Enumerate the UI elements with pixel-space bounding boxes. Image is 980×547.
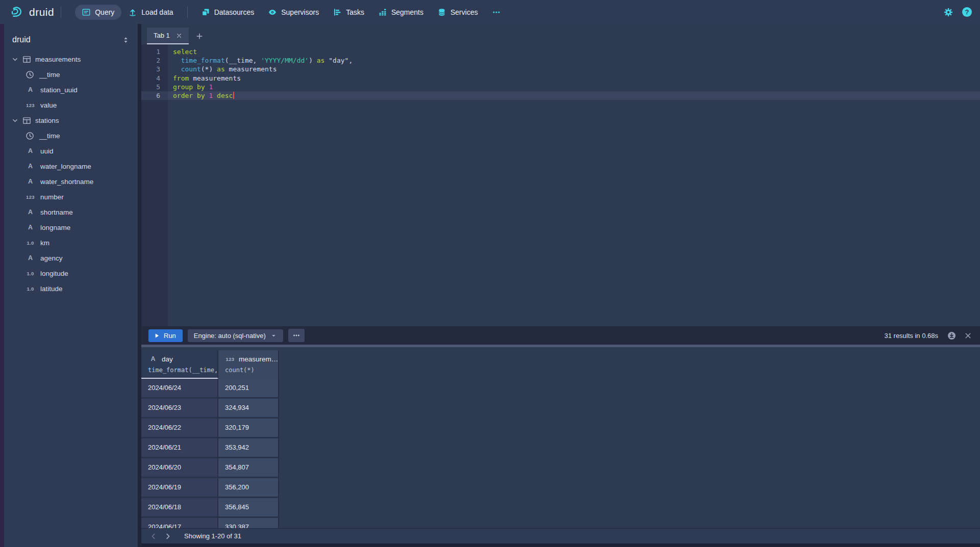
string-type-icon: A [26, 147, 35, 155]
nav-item-tasks[interactable]: Tasks [326, 5, 371, 20]
tree-item-value[interactable]: 123value [4, 97, 138, 113]
nav-item-label: Datasources [214, 8, 255, 16]
gear-icon[interactable] [944, 8, 953, 17]
nav-item-services[interactable]: Services [431, 5, 485, 20]
table-cell[interactable]: 2024/06/20 [141, 458, 218, 478]
run-bar: Run Engine: auto (sql-native) 31 results… [141, 326, 980, 345]
tab-strip: Tab 1 [141, 24, 980, 44]
float-type-icon: 1.0 [26, 284, 35, 293]
help-icon[interactable] [962, 7, 972, 17]
table-cell[interactable]: 320,179 [218, 419, 279, 438]
tree-item-label: water_shortname [40, 178, 93, 186]
druid-logo-icon [10, 5, 24, 19]
tree-item-longname[interactable]: Alongname [4, 220, 138, 235]
bottom-strip [141, 543, 980, 547]
top-nav-right [944, 7, 972, 17]
run-button[interactable]: Run [148, 329, 183, 342]
string-type-icon: A [26, 223, 35, 232]
segments-icon [379, 8, 387, 16]
tree-item-uuid[interactable]: Auuid [4, 143, 138, 159]
table-row: 2024/06/24200,251 [141, 379, 980, 399]
druid-logo[interactable]: druid [10, 5, 54, 19]
tree-item-water-longname[interactable]: Awater_longname [4, 159, 138, 174]
string-type-icon: A [148, 355, 158, 363]
table-cell[interactable]: 356,845 [218, 498, 279, 518]
nav-item-segments[interactable]: Segments [371, 5, 431, 20]
new-tab-icon[interactable] [196, 33, 203, 40]
code-line: group by 1 [168, 83, 980, 91]
sort-icon[interactable] [122, 36, 130, 44]
table-cell[interactable]: 324,934 [218, 399, 279, 419]
column-name: day [162, 355, 173, 363]
tree-item-water-shortname[interactable]: Awater_shortname [4, 174, 138, 189]
tree-item-agency[interactable]: Aagency [4, 250, 138, 266]
table-cell[interactable]: 2024/06/24 [141, 379, 218, 399]
previous-page-button[interactable] [146, 530, 161, 542]
table-cell[interactable]: 200,251 [218, 379, 279, 399]
tree-item-shortname[interactable]: Ashortname [4, 204, 138, 220]
tree-item-label: longname [40, 224, 70, 231]
table-cell[interactable]: 353,942 [218, 438, 279, 458]
table-cell[interactable]: 2024/06/22 [141, 419, 218, 438]
tree-item-measurements[interactable]: measurements [4, 51, 138, 67]
load-data-icon [129, 8, 137, 16]
table-cell[interactable]: 2024/06/21 [141, 438, 218, 458]
float-type-icon: 1.0 [26, 269, 35, 278]
nav-item-load-data[interactable]: Load data [121, 5, 180, 20]
main-panel: Tab 1 123456 select time_format(__time, … [141, 24, 980, 547]
float-type-icon: 1.0 [26, 239, 35, 247]
editor-code: select time_format(__time, 'YYYY/MM/dd')… [168, 44, 980, 326]
tree-item-latitude[interactable]: 1.0latitude [4, 281, 138, 296]
schema-sidebar: druid measurements__timeAstation_uuid123… [4, 24, 138, 547]
query-more-button[interactable] [288, 329, 305, 342]
tree-item-stations[interactable]: stations [4, 113, 138, 128]
sql-editor[interactable]: 123456 select time_format(__time, 'YYYY/… [141, 44, 980, 326]
tree-item-number[interactable]: 123number [4, 189, 138, 204]
code-line: from measurements [168, 74, 980, 83]
close-results-icon[interactable] [964, 332, 972, 340]
download-icon[interactable] [947, 331, 956, 340]
tree-item-station-uuid[interactable]: Astation_uuid [4, 82, 138, 97]
line-number: 4 [141, 74, 168, 83]
tab-close-icon[interactable] [176, 33, 182, 39]
sidebar-main-gap [138, 24, 141, 547]
chevron-right-icon [164, 533, 171, 540]
table-cell[interactable]: 356,200 [218, 478, 279, 498]
table-row: 2024/06/23324,934 [141, 399, 980, 419]
nav-item-supervisors[interactable]: Supervisors [261, 5, 326, 20]
string-type-icon: A [26, 162, 35, 171]
number-type-icon: 123 [225, 355, 235, 363]
line-number: 2 [141, 56, 168, 65]
nav-item-label: Tasks [346, 8, 364, 16]
column-header-1[interactable]: Adaytime_format(__time, … [141, 350, 218, 379]
tree-item-km[interactable]: 1.0km [4, 235, 138, 250]
nav-item-more[interactable] [485, 5, 508, 20]
tree-item---time[interactable]: __time [4, 67, 138, 82]
table-icon [22, 116, 31, 125]
clock-icon [26, 132, 34, 140]
table-cell[interactable]: 2024/06/19 [141, 478, 218, 498]
table-cell[interactable]: 354,807 [218, 458, 279, 478]
query-icon [82, 8, 90, 16]
nav-item-query[interactable]: Query [75, 5, 121, 20]
nav-item-label: Query [95, 8, 114, 16]
engine-select-button[interactable]: Engine: auto (sql-native) [188, 329, 283, 342]
column-expression: time_format(__time, … [148, 367, 217, 374]
tree-item-longitude[interactable]: 1.0longitude [4, 266, 138, 281]
tree-item-label: value [40, 101, 57, 109]
tree-item-label: agency [40, 254, 63, 262]
run-button-label: Run [164, 332, 176, 340]
next-page-button[interactable] [161, 530, 175, 542]
string-type-icon: A [26, 86, 35, 94]
nav-divider [61, 7, 61, 18]
tree-item---time[interactable]: __time [4, 128, 138, 143]
results-panel: Adaytime_format(__time, …123measurem…cou… [141, 347, 980, 547]
tree-item-label: water_longname [40, 163, 91, 170]
tab-1[interactable]: Tab 1 [147, 28, 189, 44]
string-type-icon: A [26, 177, 35, 186]
table-cell[interactable]: 2024/06/18 [141, 498, 218, 518]
column-header-2[interactable]: 123measurem…count(*) [218, 350, 279, 379]
nav-item-datasources[interactable]: Datasources [194, 5, 262, 20]
line-number: 1 [141, 47, 168, 56]
table-cell[interactable]: 2024/06/23 [141, 399, 218, 419]
